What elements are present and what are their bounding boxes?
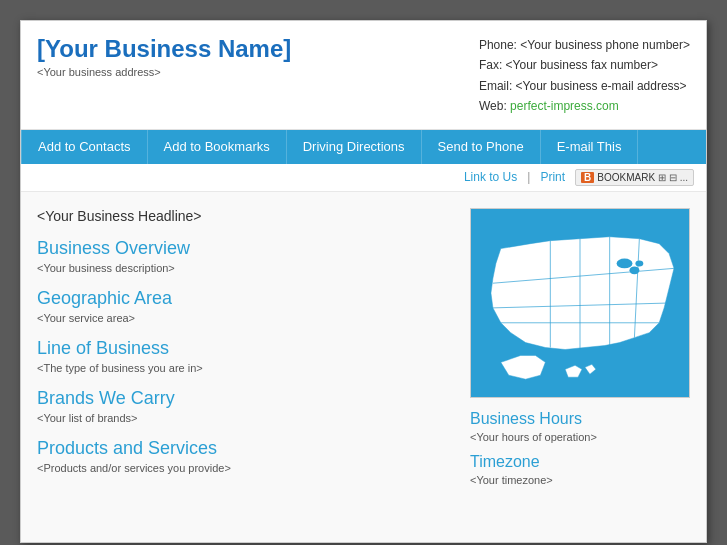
right-section-desc-hours: <Your hours of operation> bbox=[470, 431, 690, 443]
phone-line: Phone: <Your business phone number> bbox=[479, 35, 690, 55]
section-desc-overview: <Your business description> bbox=[37, 262, 450, 274]
left-column: <Your Business Headline> Business Overvi… bbox=[37, 208, 470, 526]
web-line: Web: perfect-impress.com bbox=[479, 96, 690, 116]
svg-point-10 bbox=[635, 260, 643, 266]
print-link[interactable]: Print bbox=[540, 170, 565, 184]
email-label: Email: bbox=[479, 79, 512, 93]
header-left: [Your Business Name] <Your business addr… bbox=[37, 35, 291, 78]
fax-line: Fax: <Your business fax number> bbox=[479, 55, 690, 75]
section-desc-lob: <The type of business you are in> bbox=[37, 362, 450, 374]
header: [Your Business Name] <Your business addr… bbox=[21, 21, 706, 130]
section-desc-geo: <Your service area> bbox=[37, 312, 450, 324]
nav-add-contacts[interactable]: Add to Contacts bbox=[21, 130, 148, 164]
utility-separator: | bbox=[527, 170, 530, 184]
svg-point-9 bbox=[629, 266, 639, 274]
section-title-overview: Business Overview bbox=[37, 238, 450, 259]
section-desc-brands: <Your list of brands> bbox=[37, 412, 450, 424]
bookmark-label: BOOKMARK bbox=[597, 172, 655, 183]
bookmark-widget[interactable]: B BOOKMARK ⊞ ⊟ ... bbox=[575, 169, 694, 186]
main-content: <Your Business Headline> Business Overvi… bbox=[21, 192, 706, 542]
link-to-us[interactable]: Link to Us bbox=[464, 170, 517, 184]
bookmark-icons: ⊞ ⊟ ... bbox=[658, 172, 688, 183]
header-right: Phone: <Your business phone number> Fax:… bbox=[479, 35, 690, 117]
email-line: Email: <Your business e-mail address> bbox=[479, 76, 690, 96]
email-value: <Your business e-mail address> bbox=[516, 79, 687, 93]
section-title-brands: Brands We Carry bbox=[37, 388, 450, 409]
section-title-geo: Geographic Area bbox=[37, 288, 450, 309]
page-container: [Your Business Name] <Your business addr… bbox=[20, 20, 707, 543]
phone-label: Phone: bbox=[479, 38, 517, 52]
fax-label: Fax: bbox=[479, 58, 502, 72]
nav-add-bookmarks[interactable]: Add to Bookmarks bbox=[148, 130, 287, 164]
nav-send-to-phone[interactable]: Send to Phone bbox=[422, 130, 541, 164]
map-container bbox=[470, 208, 690, 398]
nav-driving-directions[interactable]: Driving Directions bbox=[287, 130, 422, 164]
business-name: [Your Business Name] bbox=[37, 35, 291, 63]
right-section-desc-timezone: <Your timezone> bbox=[470, 474, 690, 486]
right-section-title-hours: Business Hours bbox=[470, 410, 690, 428]
section-desc-products: <Products and/or services you provide> bbox=[37, 462, 450, 474]
right-section-title-timezone: Timezone bbox=[470, 453, 690, 471]
section-title-lob: Line of Business bbox=[37, 338, 450, 359]
fax-value: <Your business fax number> bbox=[506, 58, 658, 72]
svg-point-8 bbox=[617, 258, 633, 268]
utility-bar: Link to Us | Print B BOOKMARK ⊞ ⊟ ... bbox=[21, 164, 706, 192]
right-column: Business Hours <Your hours of operation>… bbox=[470, 208, 690, 526]
business-address: <Your business address> bbox=[37, 66, 291, 78]
section-title-products: Products and Services bbox=[37, 438, 450, 459]
web-label: Web: bbox=[479, 99, 507, 113]
nav-email-this[interactable]: E-mail This bbox=[541, 130, 639, 164]
nav-bar: Add to Contacts Add to Bookmarks Driving… bbox=[21, 130, 706, 164]
phone-value: <Your business phone number> bbox=[520, 38, 690, 52]
web-value[interactable]: perfect-impress.com bbox=[510, 99, 619, 113]
business-headline: <Your Business Headline> bbox=[37, 208, 450, 224]
bookmark-b-icon: B bbox=[581, 172, 594, 183]
usa-map bbox=[471, 209, 689, 397]
